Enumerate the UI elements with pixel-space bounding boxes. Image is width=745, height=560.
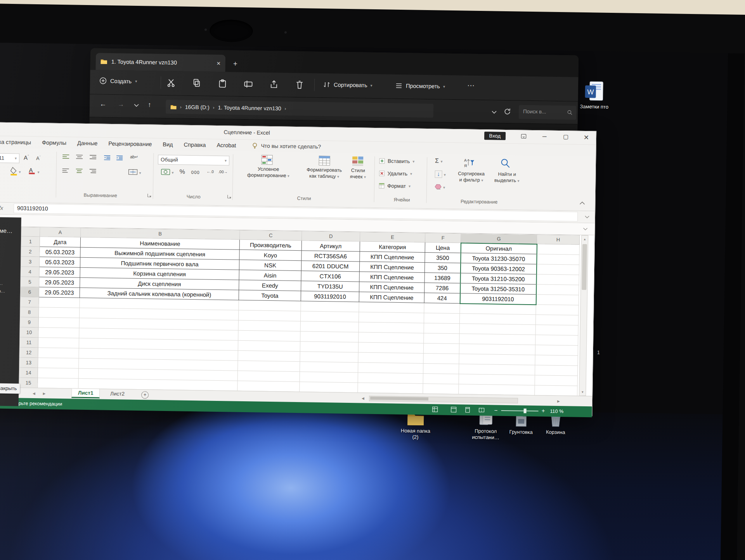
row-header-15[interactable]: 15 xyxy=(19,378,38,388)
cell-C7[interactable] xyxy=(239,300,301,311)
minimize-button[interactable]: ─ xyxy=(539,133,550,139)
shrink-font-button[interactable]: Аˇ xyxy=(36,155,41,161)
row-header-10[interactable]: 10 xyxy=(20,327,38,338)
cell-A11[interactable] xyxy=(38,338,79,348)
cell-F4[interactable]: 13689 xyxy=(424,272,460,283)
col-header-E[interactable]: E xyxy=(360,232,425,242)
tab-formulas[interactable]: Формулы xyxy=(36,139,72,146)
hscroll-left-icon[interactable]: ◂ xyxy=(362,395,364,401)
breadcrumb[interactable]: › 16GB (D:) › 1. Toyota 4Runner vzn130 › xyxy=(166,100,433,118)
cell-G7[interactable] xyxy=(460,303,536,315)
cell-F2[interactable]: 3500 xyxy=(425,252,461,263)
tab-acrobat[interactable]: Acrobat xyxy=(211,142,241,149)
row-header-13[interactable]: 13 xyxy=(19,357,38,368)
row-header-8[interactable]: 8 xyxy=(20,307,39,317)
cell-G2[interactable]: Toyota 31230-35070 xyxy=(461,253,537,264)
cell-E10[interactable] xyxy=(359,332,424,343)
cell-H10[interactable] xyxy=(535,335,578,346)
col-header-D[interactable]: D xyxy=(302,231,360,241)
cell-C12[interactable] xyxy=(238,350,300,361)
cell-A1[interactable]: Дата xyxy=(40,237,80,248)
normal-view-icon[interactable] xyxy=(451,407,457,413)
cell-F14[interactable] xyxy=(423,373,459,384)
cell-C9[interactable] xyxy=(238,320,300,331)
address-dropdown-icon[interactable] xyxy=(492,110,497,114)
cell-D15[interactable] xyxy=(300,382,358,393)
cell-H4[interactable] xyxy=(536,274,579,285)
cell-G3[interactable]: Toyota 90363-12002 xyxy=(460,263,536,274)
cell-H9[interactable] xyxy=(535,325,578,336)
row-header-7[interactable]: 7 xyxy=(20,297,39,307)
cell-D7[interactable] xyxy=(301,301,359,312)
scrollbar-thumb[interactable] xyxy=(370,397,428,400)
cell-D13[interactable] xyxy=(300,362,358,373)
cell-E12[interactable] xyxy=(358,352,423,363)
cell-A4[interactable]: 29.05.2023 xyxy=(39,267,80,278)
align-top-icon[interactable] xyxy=(62,154,69,160)
formula-expand-icon[interactable] xyxy=(585,215,589,218)
back-icon[interactable]: ← xyxy=(100,100,106,108)
close-tab-icon[interactable]: ✕ xyxy=(217,60,221,66)
desktop-icon-new-folder[interactable]: Новая папка(2) xyxy=(394,412,437,441)
cell-D4[interactable]: CTX106 xyxy=(301,271,359,282)
accounting-format-icon[interactable] xyxy=(161,169,170,175)
sheet-tab-list2[interactable]: Лист2 xyxy=(106,391,129,397)
cell-D9[interactable] xyxy=(300,321,359,332)
cell-A6[interactable]: 29.05.2023 xyxy=(39,287,80,298)
create-button[interactable]: Создать ▾ xyxy=(99,77,137,85)
sort-button[interactable]: Сортировать ▾ xyxy=(323,81,372,89)
cell-F8[interactable] xyxy=(424,313,459,323)
cell-D3[interactable]: 6201 DDUCM xyxy=(301,261,359,272)
cell-C14[interactable] xyxy=(237,371,300,381)
zoom-out-icon[interactable]: − xyxy=(494,407,497,414)
col-header-H[interactable]: H xyxy=(537,235,579,245)
cell-G1[interactable]: Оригинал xyxy=(461,243,537,254)
cell-A5[interactable]: 29.05.2023 xyxy=(39,277,80,288)
percent-style-icon[interactable]: % xyxy=(179,168,185,175)
chevron-down-icon[interactable]: ▾ xyxy=(37,170,39,174)
dialog-launcher-icon[interactable] xyxy=(227,194,231,198)
decrease-decimal-icon[interactable]: .00→ xyxy=(218,170,228,174)
cell-D10[interactable] xyxy=(300,331,359,342)
align-center-icon[interactable] xyxy=(76,168,83,174)
cell-A15[interactable] xyxy=(38,378,78,389)
breadcrumb-drive[interactable]: 16GB (D:) xyxy=(185,104,210,111)
cell-F11[interactable] xyxy=(423,343,459,354)
cell-C3[interactable]: NSK xyxy=(239,260,301,270)
cell-A3[interactable]: 05.03.2023 xyxy=(39,257,80,268)
cell-A2[interactable]: 05.03.2023 xyxy=(40,247,80,258)
horizontal-scrollbar[interactable] xyxy=(369,396,518,404)
new-tab-icon[interactable]: + xyxy=(233,60,237,68)
zoom-slider[interactable] xyxy=(501,410,539,411)
cut-button[interactable] xyxy=(167,78,176,87)
delete-button[interactable] xyxy=(295,80,304,89)
cell-H5[interactable] xyxy=(536,284,579,295)
copy-button[interactable] xyxy=(192,78,202,88)
cell-D1[interactable]: Артикул xyxy=(301,241,360,251)
cell-C1[interactable]: Производитель xyxy=(239,239,301,250)
tab-page-layout-partial[interactable]: тка страницы xyxy=(0,139,36,146)
up-icon[interactable]: ↑ xyxy=(148,101,151,109)
cell-C2[interactable]: Koyo xyxy=(239,250,301,260)
macro-record-icon[interactable] xyxy=(432,406,438,412)
zoom-in-icon[interactable]: + xyxy=(541,407,545,414)
number-format-combo[interactable]: Общий▾ xyxy=(158,155,229,166)
col-header-A[interactable]: A xyxy=(40,227,81,238)
cell-A12[interactable] xyxy=(38,348,79,359)
cell-H13[interactable] xyxy=(535,365,577,376)
scroll-up-icon[interactable]: ▴ xyxy=(582,236,588,241)
row-header-11[interactable]: 11 xyxy=(19,337,38,348)
cell-F1[interactable]: Цена xyxy=(425,242,461,253)
cell-C8[interactable] xyxy=(238,310,300,321)
forward-icon[interactable]: → xyxy=(118,101,124,108)
cell-A9[interactable] xyxy=(38,317,79,328)
cell-A13[interactable] xyxy=(38,358,79,369)
cell-H8[interactable] xyxy=(535,315,578,326)
align-right-icon[interactable] xyxy=(89,168,97,174)
cell-E4[interactable]: КПП Сцепление xyxy=(359,272,424,283)
cell-F9[interactable] xyxy=(424,323,459,333)
conditional-formatting-button[interactable]: Условное форматирование ▾ xyxy=(242,166,294,179)
tab-review[interactable]: Рецензирование xyxy=(103,140,157,147)
desktop-shortcut-word[interactable]: W Заметки пто xyxy=(577,81,611,110)
row-header-1[interactable]: 1 xyxy=(21,236,40,247)
